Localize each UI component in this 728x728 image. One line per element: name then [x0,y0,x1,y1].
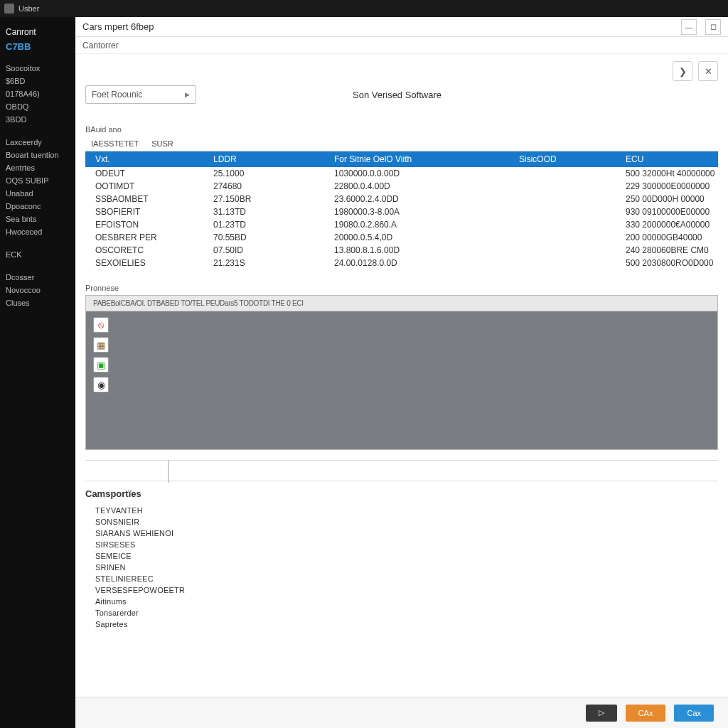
bottom-bar: ▷ CAx Cax [75,697,728,728]
preview-header: PABEBoICBA/OI. DTBABED TO/TEL PEUDars5 T… [86,296,717,311]
sidebar-item[interactable]: Cluses [0,296,75,309]
cell: 229 300000E0000000 [626,181,718,191]
component-item[interactable]: STELINIEREEC [95,573,718,584]
cell: 25.1000 [213,168,334,178]
cell: 20000.0.5.4,0D [334,232,519,242]
cell: 930 09100000E00000 [626,207,718,217]
component-item[interactable]: Sapretes [95,619,718,630]
cell: 23.6000.2.4.0DD [334,194,519,204]
dropdown-label: Foet Roounic [92,90,142,100]
minimize-button[interactable]: — [681,19,697,35]
splitter-handle[interactable] [168,460,169,483]
table-row[interactable]: ODEUT25.10001030000.0.0.00D500 32000Ht 4… [85,167,718,180]
table-row[interactable]: SBOFIERIT31.13TD1980000.3-8.00A930 09100… [85,205,718,218]
cell: ODEUT [85,168,213,178]
cell: EFOISTON [85,220,213,230]
cell: 1030000.0.0.00D [334,168,519,178]
play-icon[interactable]: ▣ [93,357,109,373]
sidebar-item[interactable]: OQS SUBIP [0,174,75,187]
col-header[interactable]: For Sitnie OelO Viith [334,154,519,164]
page-title: Cars mpert 6fbep [82,21,154,32]
col-header[interactable]: Vxt. [85,154,213,164]
sidebar-item[interactable]: $6BD [0,75,75,87]
cell: 200 00000GB40000 [626,232,718,242]
col-header[interactable]: ECU [626,154,718,164]
tab[interactable]: SUSR [151,139,173,148]
sidebar-item[interactable]: Aentrtes [0,161,75,174]
col-header[interactable]: SisicOOD [519,154,626,164]
maximize-button[interactable]: ◻ [705,19,721,35]
back-icon[interactable]: ❯ [673,61,692,81]
sub-header: Cantorrer [75,37,728,54]
component-item[interactable]: Aitinums [95,596,718,607]
sidebar-item[interactable]: 3BDD [0,113,75,126]
sidebar-item[interactable]: Dcosser [0,271,75,284]
sidebar-item[interactable]: Laxceerdy [0,136,75,149]
cell: 24.00.0128.0.0D [334,258,519,268]
component-item[interactable]: SRINEN [95,562,718,573]
component-item[interactable]: SONSNIEIR [95,516,718,528]
cell: 500 32000Ht 40000000 [626,168,718,178]
cell: 330 2000000€A00000 [626,220,718,230]
table-header-row: Vxt. LDDR For Sitnie OelO Viith SisicOOD… [85,151,718,167]
component-item[interactable]: VersEsFEPOWOEETR [95,584,718,596]
cell: 22800.0.4.00D [334,181,519,191]
table-row[interactable]: EFOISTON01.23TD19080.0.2.860.A330 200000… [85,218,718,231]
cell: OOTIMDT [85,181,213,191]
cell: SBOFIERIT [85,207,213,217]
table-row[interactable]: SEXOIELIES21.231S24.00.0128.0.0D500 2030… [85,257,718,269]
filter-dropdown[interactable]: Foet Roounic ▶ [85,85,196,104]
cell: 01.23TD [213,220,334,230]
cell: SSBAOMBET [85,194,213,204]
data-table: Vxt. LDDR For Sitnie OelO Viith SisicOOD… [85,151,718,269]
app-icon [4,4,14,14]
refresh-icon[interactable]: ◉ [93,377,109,392]
cell: 13.800.8.1.6.00D [334,245,519,255]
sidebar-item[interactable]: OBDQ [0,100,75,113]
sidebar-item[interactable]: Soocoitox [0,62,75,75]
main-header: Cars mpert 6fbep — ◻ [75,17,728,37]
cell: SEXOIELIES [85,258,213,268]
cell: 07.50ID [213,245,334,255]
cancel-button[interactable]: CAx [626,705,666,722]
window-titlebar: Usber [0,0,728,17]
preview-panel: PABEBoICBA/OI. DTBABED TO/TEL PEUDars5 T… [85,295,718,450]
cell: 500 2030800RO0D000 [626,258,718,268]
table-section-label: BAuid ano [85,125,718,134]
doc-icon[interactable]: ▦ [93,337,109,353]
cell: 27.150BR [213,194,334,204]
component-item[interactable]: SIRSESES [95,539,718,550]
sidebar-item[interactable]: Unabad [0,187,75,200]
sidebar-item[interactable]: Novoccoo [0,284,75,296]
ok-button[interactable]: Cax [674,705,714,722]
cell: OSCORETC [85,245,213,255]
table-row[interactable]: SSBAOMBET27.150BR23.6000.2.4.0DD250 00D0… [85,193,718,205]
sidebar: Canront C7BB Soocoitox$6BD0178A46)OBDQ3B… [0,17,75,728]
table-row[interactable]: OOTIMDT27468022800.0.4.00D229 300000E000… [85,180,718,193]
component-item[interactable]: Tonsarerder [95,607,718,619]
splitter[interactable] [85,460,718,481]
tab[interactable]: IAESSTETET [91,139,139,148]
cell: 1980000.3-8.00A [334,207,519,217]
sidebar-item[interactable]: 0178A46) [0,87,75,100]
component-item[interactable]: Siarans WEHIENOI [95,528,718,539]
table-row[interactable]: OSCORETC07.50ID13.800.8.1.6.00D240 28006… [85,244,718,257]
sidebar-item[interactable]: Hwoceced [0,225,75,238]
sidebar-brand[interactable]: C7BB [0,40,75,59]
close-icon[interactable]: ✕ [698,61,718,81]
cell: 19080.0.2.860.A [334,220,519,230]
component-item[interactable]: SEMEICE [95,550,718,562]
col-header[interactable]: LDDR [213,154,334,164]
component-item[interactable]: TeyVANTEH [95,505,718,516]
table-row[interactable]: OESBRER PER70.55BD20000.0.5.4,0D200 0000… [85,231,718,244]
stop-icon[interactable]: ⦸ [93,317,109,333]
titlebar-label: Usber [18,4,39,13]
sidebar-item[interactable]: Dpoaconc [0,200,75,213]
preview-label: Pronnese [85,284,718,292]
sidebar-item[interactable]: Booart tuention [0,149,75,161]
cell: 274680 [213,181,334,191]
run-button[interactable]: ▷ [586,705,617,722]
sub-header-label: Cantorrer [82,41,119,50]
sidebar-item[interactable]: ECK [0,248,75,261]
sidebar-item[interactable]: Sea bnts [0,213,75,225]
